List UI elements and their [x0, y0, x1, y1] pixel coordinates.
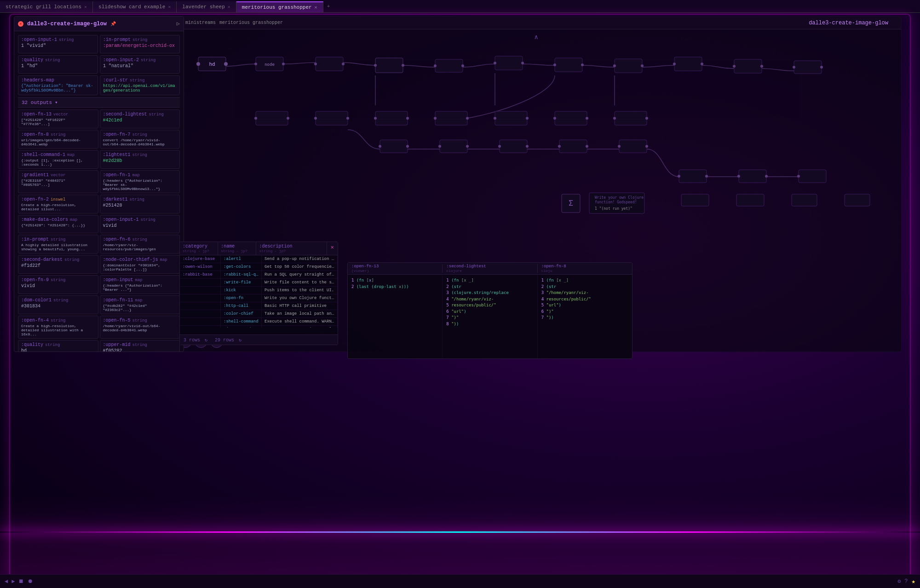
svg-point-35: [820, 66, 823, 69]
svg-point-16: [434, 64, 437, 67]
svg-rect-54: [615, 111, 647, 125]
svg-point-11: [342, 63, 345, 65]
svg-text:Σ: Σ: [569, 199, 573, 208]
svg-point-55: [613, 117, 616, 120]
svg-point-68: [586, 145, 588, 148]
table-row: :json-to-edn Convert a JSON string to Cl…: [180, 326, 338, 328]
svg-text:1  "(not run yet)": 1 "(not run yet)": [595, 207, 632, 211]
node-in-prompt: :in-prompt string :param/energetic-orchi…: [100, 35, 180, 53]
node-second-lightest: :second-lighteststring #42c1ed: [100, 110, 180, 128]
svg-point-7: [254, 63, 257, 65]
svg-point-77: [765, 175, 768, 178]
toolbar-icon-3[interactable]: ⏹: [18, 578, 24, 585]
ministreams-label: ministreams: [185, 20, 216, 25]
left-node-panel: ✕ dalle3-create-image-glow 📌 ▷ :open-inp…: [14, 16, 184, 352]
code-header: :open-fn-13 (viewer) :second-lightest cl…: [348, 263, 632, 275]
svg-rect-80: [681, 194, 709, 206]
panel-header: ✕ dalle3-create-image-glow 📌 ▷: [14, 17, 184, 31]
code-body: 1 (fn [x] 2 (last (drop-last x))) 1 (fn …: [348, 275, 632, 358]
svg-point-79: [797, 175, 800, 178]
table-row: :rabbit-base :rabbit-sql-query Run a SQL…: [180, 271, 338, 279]
outputs-bar[interactable]: 32 outputs ▾: [18, 97, 180, 108]
svg-point-37: [254, 117, 257, 120]
svg-point-20: [521, 62, 524, 64]
svg-rect-24: [615, 59, 642, 73]
table-close-button[interactable]: ✕: [327, 242, 338, 255]
svg-text:Write your own Clojure: Write your own Clojure: [595, 196, 644, 200]
toolbar-icon-1[interactable]: ◀: [5, 578, 8, 585]
node-in-prompt-b: :in-promptstring A highly detailed illus…: [18, 235, 98, 254]
svg-point-43: [374, 117, 377, 120]
star-icon[interactable]: ★: [912, 577, 915, 585]
svg-point-32: [760, 65, 763, 68]
table-footer: 3 rows ↻ 29 rows ↻: [180, 334, 338, 345]
node-open-fn-9: :open-fn-9string vivid: [18, 275, 98, 294]
col-name: :name string - jp?: [218, 242, 256, 255]
svg-rect-36: [256, 111, 288, 125]
code-col-1: :open-fn-13 (viewer): [348, 264, 443, 273]
svg-rect-33: [794, 61, 822, 74]
panel-close-button[interactable]: ✕: [18, 21, 23, 27]
node-open-fn-6: :open-fn-6string /home/ryanr/viz-resourc…: [100, 235, 180, 254]
table-row: :shell-command Execute shell command. WA…: [180, 318, 338, 326]
svg-point-52: [553, 117, 556, 120]
svg-rect-39: [316, 111, 348, 125]
svg-point-56: [645, 117, 648, 120]
node-open-fn-1: :open-fn-1map {:headers {"Authorization"…: [100, 170, 180, 193]
code-col-2: :second-lightest clojure: [443, 264, 537, 273]
panel-play-button[interactable]: ▷: [177, 20, 180, 27]
toolbar-settings-icon[interactable]: ⚙: [897, 578, 901, 585]
svg-rect-9: [316, 57, 343, 71]
code-panel: :open-fn-13 (viewer) :second-lightest cl…: [347, 262, 632, 359]
svg-point-4: [224, 62, 228, 66]
toolbar-icon-2[interactable]: ▶: [12, 578, 15, 585]
outputs-count: 32 outputs: [22, 100, 52, 105]
toolbar-help-icon[interactable]: ?: [904, 578, 908, 585]
svg-point-14: [402, 64, 404, 67]
svg-point-25: [613, 64, 616, 67]
node-quality-b: :qualitystring hd: [18, 340, 98, 352]
svg-rect-63: [500, 140, 527, 153]
svg-rect-51: [555, 111, 587, 125]
col-category: :category string - jp?: [180, 242, 218, 255]
table-body[interactable]: :clojure-base :alertl Send a pop-up noti…: [180, 255, 338, 328]
panel-content[interactable]: :open-input-1 string 1 "vivid" :in-promp…: [14, 31, 184, 352]
node-open-fn-4: :open-fn-4string Create a high-resolutio…: [18, 316, 98, 339]
svg-rect-30: [734, 59, 762, 73]
svg-point-53: [586, 117, 588, 120]
node-gradient1: :gradient1vector ["#2E3158" "#484371" "#…: [18, 170, 98, 193]
total-refresh-icon[interactable]: ↻: [239, 338, 242, 343]
outputs-chevron[interactable]: ▾: [55, 99, 58, 105]
svg-point-47: [466, 117, 469, 120]
svg-point-23: [581, 63, 584, 66]
svg-point-38: [287, 117, 289, 120]
node-open-fn-5: :open-fn-5string /home/ryanr/vivid-out/b…: [100, 316, 180, 339]
node-open-fn-8: :open-fn-8string url/images/gen/b64-deco…: [18, 130, 98, 149]
toolbar-icon-4[interactable]: ⏺: [28, 578, 33, 585]
svg-point-67: [558, 145, 561, 148]
svg-point-3: [196, 62, 200, 66]
node-shell-command-1: :shell-command-1map {:output [1], :excep…: [18, 150, 98, 169]
svg-point-71: [645, 145, 648, 148]
table-panel: :category string - jp? :name string - jp…: [179, 242, 338, 345]
collapse-button[interactable]: ∧: [535, 33, 538, 41]
graph-title: dalle3-create-image-glow: [809, 20, 897, 26]
bottom-toolbar: ◀ ▶ ⏹ ⏺ ⚙ ? ★: [0, 574, 920, 588]
svg-point-61: [438, 145, 441, 148]
svg-point-49: [494, 117, 496, 120]
node-row-2: :quality string 1 "hd" :open-input-2 str…: [18, 55, 180, 74]
table-row: :http-call Basic HTTP call primitive: [180, 302, 338, 310]
active-stream-label: meritorious grasshopper: [219, 20, 283, 25]
node-upper-mid: :upper-midstring #f05282: [100, 340, 180, 352]
row-count: 3 rows ↻: [184, 337, 207, 343]
refresh-icon[interactable]: ↻: [205, 338, 207, 343]
svg-rect-72: [679, 170, 707, 183]
node-open-fn-11: :open-fn-11map {"#cdb282" "#42c1ed" "#23…: [100, 295, 180, 314]
svg-point-70: [618, 145, 621, 148]
graph-header: ✕ ministreams meritorious grasshopper da…: [175, 17, 901, 29]
svg-point-58: [379, 145, 381, 148]
svg-rect-66: [559, 140, 587, 153]
table-row: :clojure-base :alertl Send a pop-up noti…: [180, 255, 338, 263]
svg-point-74: [705, 175, 708, 178]
svg-rect-27: [674, 57, 702, 71]
